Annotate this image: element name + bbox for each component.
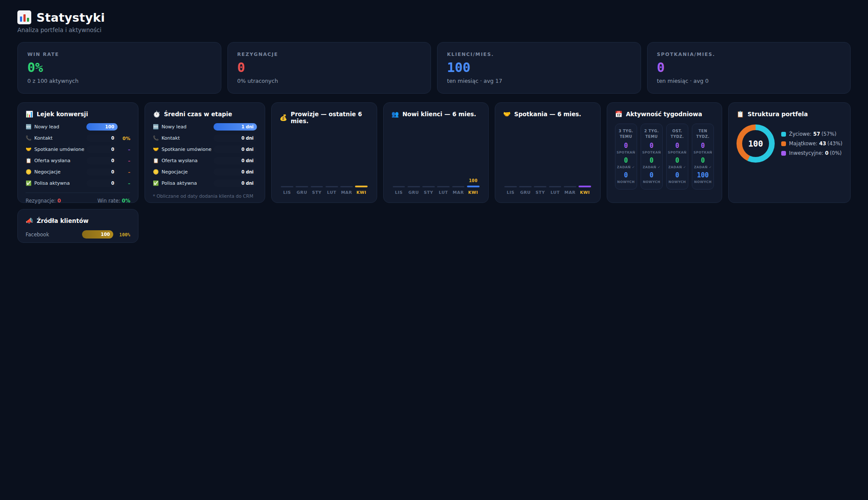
stage-value: 0 dni xyxy=(241,147,253,152)
funnel-row: 🆕 Nowy lead 100 xyxy=(26,123,130,131)
stage-label: Negocjacje xyxy=(161,169,211,175)
month-tick: GRU xyxy=(518,186,533,195)
new-badge-icon: 🆕 xyxy=(26,124,32,129)
stage-value: 100 xyxy=(105,124,114,129)
new-label: NOWYCH xyxy=(668,180,687,184)
dashboard-page: Statystyki Analiza portfela i aktywności… xyxy=(0,0,868,500)
stage-label: Oferta wysłana xyxy=(34,158,84,163)
stage-time-row: 🤝 Spotkanie umówione 0 dni xyxy=(153,146,257,153)
month-tick: STY xyxy=(421,186,436,195)
stage-label: Negocjacje xyxy=(34,169,84,175)
stage-bar: 0 dni xyxy=(214,134,257,142)
card-title: Aktywność tygodniowa xyxy=(626,111,702,118)
stage-label: Spotkanie umówione xyxy=(161,147,211,152)
card-title: Nowi klienci — 6 mies. xyxy=(402,111,476,118)
card-title: Struktura portfela xyxy=(748,111,808,118)
legend-dot-cyan xyxy=(781,132,786,137)
legend-dot-purple xyxy=(781,151,786,156)
kpi-card-win-rate: WIN RATE 0% 0 z 100 aktywnych xyxy=(17,42,221,94)
page-header: Statystyki Analiza portfela i aktywności xyxy=(17,10,851,33)
meetings-count: 0 xyxy=(668,143,687,149)
handshake-icon: 🤝 xyxy=(153,147,159,152)
month-tick-highlight: KWI xyxy=(354,186,369,195)
meetings-count: 0 xyxy=(617,143,635,149)
kpi-card-spotkania: SPOTKANIA/MIES. 0 ten miesiąc · avg 0 xyxy=(647,42,851,94)
megaphone-icon: 📣 xyxy=(26,218,33,224)
stopwatch-icon: ⏱️ xyxy=(153,111,160,117)
stage-bar: 0 dni xyxy=(214,180,257,187)
week-header: 2 TYG. TEMU xyxy=(642,128,661,140)
tasks-count: 0 xyxy=(642,157,661,164)
stage-label: Polisa aktywna xyxy=(161,180,211,186)
month-tick: MAR xyxy=(451,186,466,195)
stage-label: Nowy lead xyxy=(34,124,84,130)
kpi-value: 0% xyxy=(27,61,211,74)
coin-icon: 🪙 xyxy=(153,170,159,174)
week-column-current: TEN TYDZ. 0 SPOTKAŃ 0 ZADAŃ ✓ 100 NOWYCH xyxy=(692,124,714,190)
kpi-subtext: 0% utraconych xyxy=(237,78,421,84)
bar-value-label: 100 xyxy=(469,178,477,183)
week-header: 3 TYG. TEMU xyxy=(617,128,635,140)
rezygnacje-stat: Rezygnacje: 0 xyxy=(26,198,61,204)
month-tick: LIS xyxy=(503,186,518,195)
stage-bar: 0 dni xyxy=(214,157,257,164)
new-count: 100 xyxy=(694,172,712,179)
prowizje-chart-card: 💰 Prowizje — ostatnie 6 mies. LIS GRU ST… xyxy=(271,102,377,203)
bar-chart-icon xyxy=(17,10,31,24)
kpi-subtext: 0 z 100 aktywnych xyxy=(27,78,211,84)
kpi-label: REZYGNACJE xyxy=(237,52,421,57)
kpi-label: SPOTKANIA/MIES. xyxy=(657,52,841,57)
card-title: Lejek konwersji xyxy=(36,111,88,118)
phone-icon: 📞 xyxy=(26,136,32,141)
kpi-subtext: ten miesiąc · avg 0 xyxy=(657,78,841,84)
stage-value: 0 dni xyxy=(241,181,253,186)
legend-dot-orange xyxy=(781,141,786,146)
funnel-card: 📊 Lejek konwersji 🆕 Nowy lead 100 📞 Kont… xyxy=(17,102,138,203)
kpi-label: WIN RATE xyxy=(27,52,211,57)
kpi-row: WIN RATE 0% 0 z 100 aktywnych REZYGNACJE… xyxy=(17,42,851,94)
stage-label: Kontakt xyxy=(161,135,211,141)
stage-time-row: 📋 Oferta wysłana 0 dni xyxy=(153,157,257,164)
month-tick: LIS xyxy=(279,186,294,195)
stage-value: 0 dni xyxy=(241,136,253,141)
kpi-card-rezygnacje: REZYGNACJE 0 0% utraconych xyxy=(227,42,431,94)
donut-chart: 100 xyxy=(736,124,775,163)
new-count: 0 xyxy=(617,172,635,179)
month-tick: GRU xyxy=(406,186,421,195)
stage-bar: 0 xyxy=(86,180,118,187)
meetings-label: SPOTKAŃ xyxy=(694,150,712,154)
stage-bar: 0 dni xyxy=(214,146,257,153)
calendar-icon: 📅 xyxy=(615,111,622,117)
meetings-count: 0 xyxy=(642,143,661,149)
tasks-count: 0 xyxy=(617,157,635,164)
month-tick: LUT xyxy=(436,186,451,195)
tasks-label: ZADAŃ ✓ xyxy=(642,165,661,169)
people-icon: 👥 xyxy=(391,111,399,117)
stage-time-card: ⏱️ Średni czas w etapie 🆕 Nowy lead 1 dn… xyxy=(145,102,265,203)
bar-chart: LIS GRU STY LUT MAR 100 KWI xyxy=(391,118,480,195)
clipboard-icon: 📋 xyxy=(736,111,744,117)
week-header: OST. TYDZ. xyxy=(668,128,687,140)
clipboard-icon: 📋 xyxy=(153,158,159,163)
stage-pct: – xyxy=(120,147,130,152)
funnel-row: 🪙 Negocjacje 0 – xyxy=(26,168,130,176)
week-columns: 3 TYG. TEMU 0 SPOTKAŃ 0 ZADAŃ ✓ 0 NOWYCH… xyxy=(615,124,714,190)
stage-value: 0 dni xyxy=(241,158,253,163)
source-label: Facebook xyxy=(26,232,80,238)
month-tick: STY xyxy=(533,186,548,195)
stage-bar: 0 xyxy=(86,134,118,142)
check-icon: ✅ xyxy=(153,181,159,186)
kpi-value: 0 xyxy=(237,61,421,74)
coin-icon: 🪙 xyxy=(26,170,32,174)
month-tick: LUT xyxy=(548,186,562,195)
card-title: Źródła klientów xyxy=(36,217,88,224)
month-tick: GRU xyxy=(295,186,309,195)
card-title: Średni czas w etapie xyxy=(164,111,232,118)
meetings-label: SPOTKAŃ xyxy=(617,150,635,154)
stage-bar: 0 xyxy=(86,157,118,164)
month-tick: LIS xyxy=(391,186,406,195)
funnel-row: 📋 Oferta wysłana 0 – xyxy=(26,157,130,164)
legend-item: Inwestycyjne:0(0%) xyxy=(781,150,842,156)
stage-pct: – xyxy=(120,181,130,186)
stage-time-row: 📞 Kontakt 0 dni xyxy=(153,134,257,142)
